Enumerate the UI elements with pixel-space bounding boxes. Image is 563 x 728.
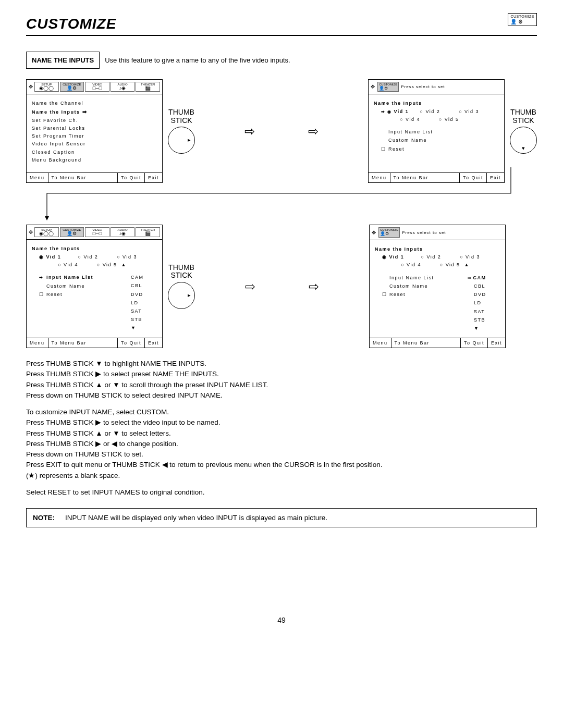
menu-item-set-favorite: Set Favorite Ch. [32, 117, 157, 125]
vid-5: Vid 5 ▲ [440, 261, 479, 269]
screen-header: ✥ SETUP◉◯◯ CUSTOMIZE👤⚙ VIDEO□─□ AUDIO♪◉ … [27, 80, 162, 94]
vid-2: Vid 2 [420, 108, 459, 116]
opt-custom-name: Custom Name [382, 282, 474, 290]
opt-custom-name: Custom Name [39, 282, 131, 290]
vid-4: Vid 4 [58, 261, 97, 269]
menu-item-menu-bg: Menu Background [32, 156, 157, 164]
flow-arrow-icon: ⇨ [308, 125, 319, 138]
opt-custom-name: Custom Name [381, 136, 499, 144]
screen-header: ✥ CUSTOMIZE👤⚙ Press select to set [370, 225, 505, 240]
flow-row-2: ✥ SETUP◉◯◯ CUSTOMIZE👤⚙ VIDEO□─□ AUDIO♪◉ … [26, 225, 537, 348]
customize-page-icon: CUSTOMIZE 👤 ⚙ [508, 13, 537, 26]
section-title: Name the Inputs [374, 100, 499, 107]
menu-item-closed-caption: Closed Caption [32, 149, 157, 156]
opt-reset: Reset [382, 290, 474, 299]
vid-2: Vid 2 [421, 253, 460, 261]
menu-item-name-channel: Name the Channel [32, 100, 157, 107]
screen-footer: Menu To Menu Bar To Quit Exit [27, 338, 162, 348]
feature-label: NAME THE INPUTS [26, 52, 100, 69]
vid-1: Vid 1 [382, 253, 421, 261]
vid-1: Vid 1 [381, 108, 420, 116]
flow-arrow-icon: ⇨ [244, 125, 255, 138]
connector-line [26, 167, 537, 230]
vid-4: Vid 4 [400, 116, 439, 124]
flow-connector [26, 183, 537, 225]
section-title: Name the Inputs [375, 245, 500, 253]
screen-footer: Menu To Menu Bar To Quit Exit [370, 338, 505, 348]
vid-1: Vid 1 [39, 253, 78, 261]
instructions: Press THUMB STICK ▼ to highlight NAME TH… [26, 359, 537, 498]
inputs-body: Name the Inputs Vid 1 Vid 2 Vid 3 Vid 4 … [370, 240, 505, 338]
menu-item-video-sensor: Video Input Sensor [32, 140, 157, 148]
page-number: 49 [26, 616, 537, 624]
thumb-stick-icon [510, 127, 537, 154]
thumb-stick-icon [168, 282, 195, 309]
flow-arrow-icon: ⇨ [309, 280, 319, 293]
name-list: CAM CBL DVD LD SAT STB ▼ [474, 274, 495, 333]
thumb-stick-3: THUMBSTICK [168, 264, 195, 309]
thumb-stick-icon [168, 127, 195, 154]
vid-4: Vid 4 [401, 261, 440, 269]
feature-heading: NAME THE INPUTS Use this feature to give… [26, 52, 537, 69]
vid-3: Vid 3 [117, 253, 156, 261]
menu-item-set-timer: Set Program Timer [32, 132, 157, 140]
feature-description: Use this feature to give a name to any o… [105, 56, 290, 64]
screen-header: ✥ SETUP◉◯◯ CUSTOMIZE👤⚙ VIDEO□─□ AUDIO♪◉ … [27, 225, 162, 240]
screen-cam-selected: ✥ CUSTOMIZE👤⚙ Press select to set Name t… [369, 225, 506, 348]
screen-header: ✥ CUSTOMIZE👤⚙ Press select to set [369, 80, 504, 94]
note-label: NOTE: [33, 514, 55, 522]
menu-list: Name the Channel Name the Inputs Set Fav… [27, 94, 162, 172]
menu-item-set-parental: Set Parental Locks [32, 125, 157, 132]
vid-3: Vid 3 [459, 108, 498, 116]
vid-3: Vid 3 [460, 253, 499, 261]
vid-5: Vid 5 [439, 116, 478, 124]
note-text: INPUT NAME will be displayed only when v… [65, 514, 327, 522]
screen-input-name-list: ✥ SETUP◉◯◯ CUSTOMIZE👤⚙ VIDEO□─□ AUDIO♪◉ … [26, 225, 163, 348]
opt-input-name-list: Input Name List [382, 274, 474, 282]
vid-2: Vid 2 [78, 253, 117, 261]
inputs-body: Name the Inputs Vid 1 Vid 2 Vid 3 Vid 4 … [27, 240, 162, 337]
opt-reset: Reset [39, 290, 131, 299]
opt-input-name-list: Input Name List [39, 273, 131, 281]
opt-input-name-list: Input Name List [381, 128, 499, 136]
thumb-stick-2: THUMBSTICK [510, 108, 537, 154]
inputs-body: Name the Inputs Vid 1 Vid 2 Vid 3 Vid 4 … [369, 94, 504, 172]
note-box: NOTE: INPUT NAME will be displayed only … [26, 508, 537, 527]
page-title: CUSTOMIZE [26, 16, 537, 36]
menu-item-name-inputs: Name the Inputs [32, 107, 157, 116]
flow-arrow-icon: ⇨ [245, 280, 255, 293]
thumb-stick-1: THUMBSTICK [168, 108, 195, 154]
name-list: CAM CBL DVD LD SAT STB ▼ [131, 273, 152, 332]
vid-5: Vid 5 ▲ [97, 261, 136, 269]
opt-reset: Reset [381, 145, 499, 153]
section-title: Name the Inputs [32, 245, 157, 253]
